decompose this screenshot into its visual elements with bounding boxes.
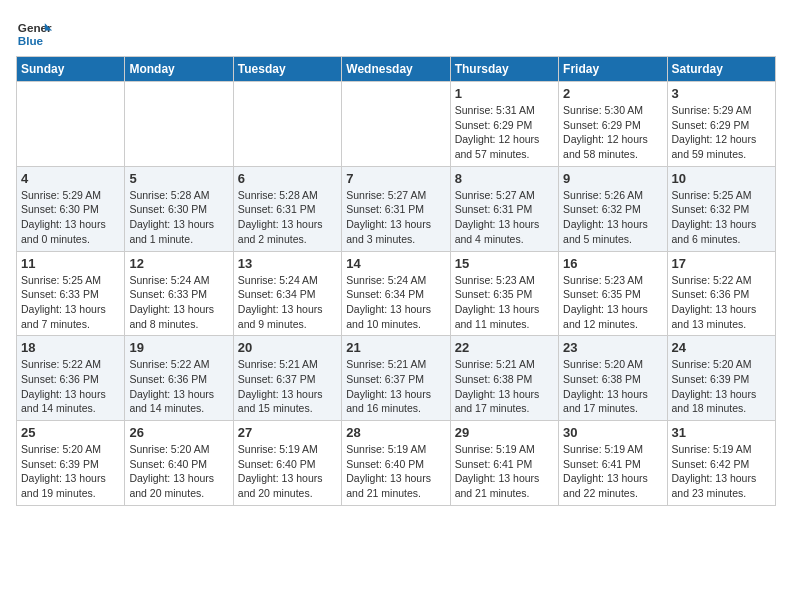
day-cell: 10Sunrise: 5:25 AM Sunset: 6:32 PM Dayli… bbox=[667, 166, 775, 251]
day-info: Sunrise: 5:28 AM Sunset: 6:30 PM Dayligh… bbox=[129, 188, 228, 247]
day-cell: 5Sunrise: 5:28 AM Sunset: 6:30 PM Daylig… bbox=[125, 166, 233, 251]
day-info: Sunrise: 5:19 AM Sunset: 6:42 PM Dayligh… bbox=[672, 442, 771, 501]
day-info: Sunrise: 5:21 AM Sunset: 6:37 PM Dayligh… bbox=[346, 357, 445, 416]
day-cell: 13Sunrise: 5:24 AM Sunset: 6:34 PM Dayli… bbox=[233, 251, 341, 336]
week-row-3: 11Sunrise: 5:25 AM Sunset: 6:33 PM Dayli… bbox=[17, 251, 776, 336]
day-info: Sunrise: 5:20 AM Sunset: 6:40 PM Dayligh… bbox=[129, 442, 228, 501]
day-number: 21 bbox=[346, 340, 445, 355]
day-cell: 23Sunrise: 5:20 AM Sunset: 6:38 PM Dayli… bbox=[559, 336, 667, 421]
logo-icon: General Blue bbox=[16, 16, 52, 52]
day-info: Sunrise: 5:26 AM Sunset: 6:32 PM Dayligh… bbox=[563, 188, 662, 247]
day-number: 18 bbox=[21, 340, 120, 355]
week-row-4: 18Sunrise: 5:22 AM Sunset: 6:36 PM Dayli… bbox=[17, 336, 776, 421]
day-number: 3 bbox=[672, 86, 771, 101]
day-info: Sunrise: 5:23 AM Sunset: 6:35 PM Dayligh… bbox=[563, 273, 662, 332]
day-number: 27 bbox=[238, 425, 337, 440]
weekday-header-sunday: Sunday bbox=[17, 57, 125, 82]
day-number: 24 bbox=[672, 340, 771, 355]
day-cell: 16Sunrise: 5:23 AM Sunset: 6:35 PM Dayli… bbox=[559, 251, 667, 336]
weekday-header-row: SundayMondayTuesdayWednesdayThursdayFrid… bbox=[17, 57, 776, 82]
week-row-1: 1Sunrise: 5:31 AM Sunset: 6:29 PM Daylig… bbox=[17, 82, 776, 167]
weekday-header-tuesday: Tuesday bbox=[233, 57, 341, 82]
weekday-header-thursday: Thursday bbox=[450, 57, 558, 82]
day-cell: 26Sunrise: 5:20 AM Sunset: 6:40 PM Dayli… bbox=[125, 421, 233, 506]
day-info: Sunrise: 5:21 AM Sunset: 6:38 PM Dayligh… bbox=[455, 357, 554, 416]
svg-text:Blue: Blue bbox=[18, 34, 44, 47]
day-number: 6 bbox=[238, 171, 337, 186]
day-cell: 7Sunrise: 5:27 AM Sunset: 6:31 PM Daylig… bbox=[342, 166, 450, 251]
day-info: Sunrise: 5:19 AM Sunset: 6:40 PM Dayligh… bbox=[346, 442, 445, 501]
day-number: 9 bbox=[563, 171, 662, 186]
day-info: Sunrise: 5:27 AM Sunset: 6:31 PM Dayligh… bbox=[455, 188, 554, 247]
day-cell bbox=[125, 82, 233, 167]
day-cell: 4Sunrise: 5:29 AM Sunset: 6:30 PM Daylig… bbox=[17, 166, 125, 251]
day-info: Sunrise: 5:31 AM Sunset: 6:29 PM Dayligh… bbox=[455, 103, 554, 162]
day-cell: 29Sunrise: 5:19 AM Sunset: 6:41 PM Dayli… bbox=[450, 421, 558, 506]
day-info: Sunrise: 5:22 AM Sunset: 6:36 PM Dayligh… bbox=[21, 357, 120, 416]
day-cell: 19Sunrise: 5:22 AM Sunset: 6:36 PM Dayli… bbox=[125, 336, 233, 421]
day-info: Sunrise: 5:20 AM Sunset: 6:38 PM Dayligh… bbox=[563, 357, 662, 416]
day-info: Sunrise: 5:29 AM Sunset: 6:30 PM Dayligh… bbox=[21, 188, 120, 247]
day-cell: 27Sunrise: 5:19 AM Sunset: 6:40 PM Dayli… bbox=[233, 421, 341, 506]
day-number: 26 bbox=[129, 425, 228, 440]
day-cell: 28Sunrise: 5:19 AM Sunset: 6:40 PM Dayli… bbox=[342, 421, 450, 506]
day-number: 1 bbox=[455, 86, 554, 101]
day-info: Sunrise: 5:20 AM Sunset: 6:39 PM Dayligh… bbox=[672, 357, 771, 416]
day-number: 2 bbox=[563, 86, 662, 101]
day-cell: 12Sunrise: 5:24 AM Sunset: 6:33 PM Dayli… bbox=[125, 251, 233, 336]
day-cell: 30Sunrise: 5:19 AM Sunset: 6:41 PM Dayli… bbox=[559, 421, 667, 506]
day-number: 14 bbox=[346, 256, 445, 271]
day-cell: 17Sunrise: 5:22 AM Sunset: 6:36 PM Dayli… bbox=[667, 251, 775, 336]
week-row-2: 4Sunrise: 5:29 AM Sunset: 6:30 PM Daylig… bbox=[17, 166, 776, 251]
day-cell: 1Sunrise: 5:31 AM Sunset: 6:29 PM Daylig… bbox=[450, 82, 558, 167]
day-cell: 20Sunrise: 5:21 AM Sunset: 6:37 PM Dayli… bbox=[233, 336, 341, 421]
day-number: 13 bbox=[238, 256, 337, 271]
day-cell: 18Sunrise: 5:22 AM Sunset: 6:36 PM Dayli… bbox=[17, 336, 125, 421]
day-info: Sunrise: 5:21 AM Sunset: 6:37 PM Dayligh… bbox=[238, 357, 337, 416]
day-cell bbox=[233, 82, 341, 167]
day-number: 7 bbox=[346, 171, 445, 186]
day-cell: 11Sunrise: 5:25 AM Sunset: 6:33 PM Dayli… bbox=[17, 251, 125, 336]
day-number: 15 bbox=[455, 256, 554, 271]
calendar-table: SundayMondayTuesdayWednesdayThursdayFrid… bbox=[16, 56, 776, 506]
day-info: Sunrise: 5:23 AM Sunset: 6:35 PM Dayligh… bbox=[455, 273, 554, 332]
day-cell bbox=[17, 82, 125, 167]
day-cell bbox=[342, 82, 450, 167]
day-info: Sunrise: 5:28 AM Sunset: 6:31 PM Dayligh… bbox=[238, 188, 337, 247]
day-cell: 3Sunrise: 5:29 AM Sunset: 6:29 PM Daylig… bbox=[667, 82, 775, 167]
day-number: 4 bbox=[21, 171, 120, 186]
day-cell: 9Sunrise: 5:26 AM Sunset: 6:32 PM Daylig… bbox=[559, 166, 667, 251]
day-info: Sunrise: 5:22 AM Sunset: 6:36 PM Dayligh… bbox=[129, 357, 228, 416]
day-info: Sunrise: 5:27 AM Sunset: 6:31 PM Dayligh… bbox=[346, 188, 445, 247]
day-info: Sunrise: 5:24 AM Sunset: 6:34 PM Dayligh… bbox=[238, 273, 337, 332]
day-info: Sunrise: 5:19 AM Sunset: 6:40 PM Dayligh… bbox=[238, 442, 337, 501]
day-number: 25 bbox=[21, 425, 120, 440]
weekday-header-wednesday: Wednesday bbox=[342, 57, 450, 82]
day-info: Sunrise: 5:24 AM Sunset: 6:33 PM Dayligh… bbox=[129, 273, 228, 332]
day-number: 19 bbox=[129, 340, 228, 355]
day-number: 28 bbox=[346, 425, 445, 440]
day-number: 16 bbox=[563, 256, 662, 271]
day-info: Sunrise: 5:19 AM Sunset: 6:41 PM Dayligh… bbox=[563, 442, 662, 501]
day-info: Sunrise: 5:25 AM Sunset: 6:33 PM Dayligh… bbox=[21, 273, 120, 332]
day-number: 17 bbox=[672, 256, 771, 271]
day-cell: 21Sunrise: 5:21 AM Sunset: 6:37 PM Dayli… bbox=[342, 336, 450, 421]
day-number: 20 bbox=[238, 340, 337, 355]
day-cell: 2Sunrise: 5:30 AM Sunset: 6:29 PM Daylig… bbox=[559, 82, 667, 167]
day-number: 5 bbox=[129, 171, 228, 186]
week-row-5: 25Sunrise: 5:20 AM Sunset: 6:39 PM Dayli… bbox=[17, 421, 776, 506]
day-number: 12 bbox=[129, 256, 228, 271]
day-number: 31 bbox=[672, 425, 771, 440]
weekday-header-saturday: Saturday bbox=[667, 57, 775, 82]
page-header: General Blue bbox=[16, 16, 776, 52]
weekday-header-monday: Monday bbox=[125, 57, 233, 82]
logo: General Blue bbox=[16, 16, 52, 52]
day-number: 11 bbox=[21, 256, 120, 271]
day-number: 22 bbox=[455, 340, 554, 355]
day-info: Sunrise: 5:25 AM Sunset: 6:32 PM Dayligh… bbox=[672, 188, 771, 247]
day-cell: 6Sunrise: 5:28 AM Sunset: 6:31 PM Daylig… bbox=[233, 166, 341, 251]
day-number: 10 bbox=[672, 171, 771, 186]
day-number: 30 bbox=[563, 425, 662, 440]
day-info: Sunrise: 5:22 AM Sunset: 6:36 PM Dayligh… bbox=[672, 273, 771, 332]
day-cell: 31Sunrise: 5:19 AM Sunset: 6:42 PM Dayli… bbox=[667, 421, 775, 506]
